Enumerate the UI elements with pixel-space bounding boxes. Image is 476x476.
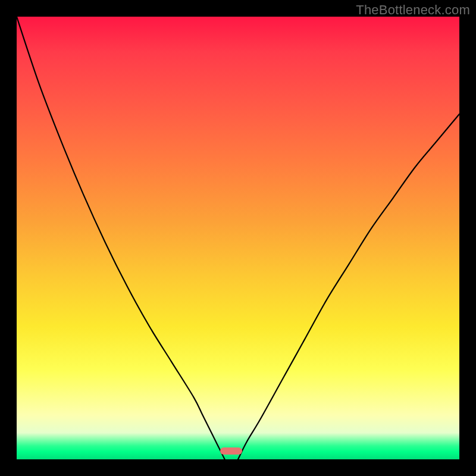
bottleneck-curve: [17, 17, 459, 459]
plot-area: [17, 17, 459, 459]
watermark-text: TheBottleneck.com: [356, 2, 470, 18]
curve-right-branch: [238, 114, 459, 459]
optimal-marker: [220, 447, 242, 455]
chart-frame: TheBottleneck.com: [0, 0, 476, 476]
curve-left-branch: [17, 17, 225, 459]
